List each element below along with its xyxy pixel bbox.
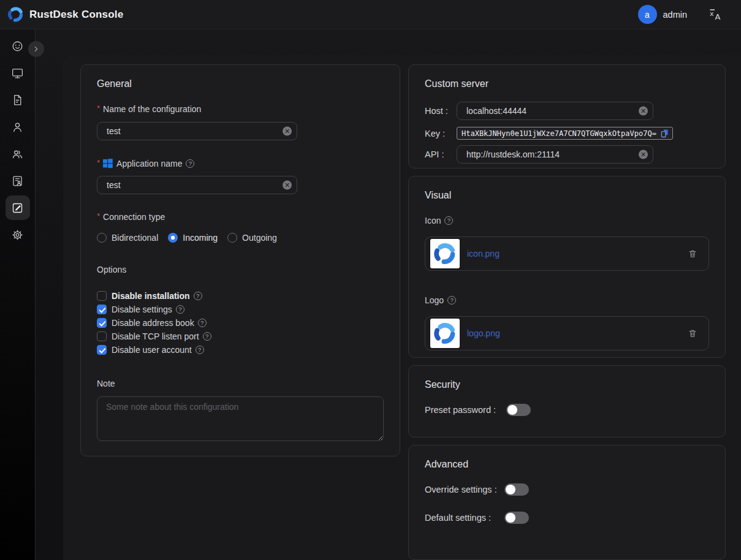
- preset-password-toggle[interactable]: [506, 404, 531, 416]
- sidebar-item-custom-clients[interactable]: [6, 195, 30, 220]
- sidebar-item-dashboard[interactable]: [6, 34, 30, 58]
- security-title: Security: [425, 379, 709, 390]
- radio-dot: [227, 233, 237, 243]
- sidebar-item-audit[interactable]: [6, 168, 30, 193]
- svg-text:x: x: [710, 9, 714, 17]
- checkbox-box: [97, 305, 107, 314]
- api-input-wrap: ✕: [457, 145, 653, 164]
- help-icon[interactable]: ?: [176, 305, 184, 314]
- default-settings-label: Default settings :: [425, 513, 504, 523]
- monitor-icon: [11, 67, 24, 80]
- checkbox-disable-settings[interactable]: Disable settings ?: [97, 305, 384, 314]
- radio-outgoing[interactable]: Outgoing: [227, 233, 277, 243]
- logo-upload-row: logo.png: [425, 316, 709, 350]
- topbar: RustDesk Console a admin x A: [0, 0, 741, 29]
- preset-password-label: Preset password :: [425, 405, 496, 415]
- delete-icon-button[interactable]: [686, 248, 699, 260]
- host-label: Host :: [425, 106, 457, 116]
- sidebar-item-documents[interactable]: [6, 88, 30, 112]
- gear-icon: [11, 229, 24, 241]
- brand: RustDesk Console: [7, 6, 123, 23]
- icon-thumbnail: [430, 239, 460, 268]
- user-icon: [11, 121, 24, 134]
- radio-bidirectional[interactable]: Bidirectional: [97, 233, 158, 243]
- users-group-icon: [11, 148, 24, 161]
- options-label: Options: [97, 265, 384, 274]
- checkbox-disable-tcp-listen-port[interactable]: Disable TCP listen port ?: [97, 331, 384, 341]
- api-label: API :: [425, 149, 457, 159]
- visual-title: Visual: [425, 190, 709, 201]
- connection-type-group: Bidirectional Incoming Outgoing: [97, 233, 384, 243]
- options-list: Disable installation ? Disable settings …: [97, 291, 384, 355]
- general-card: General * Name of the configuration ✕ *: [80, 64, 400, 456]
- application-name-input-wrap: ✕: [97, 176, 297, 194]
- default-settings-toggle[interactable]: [504, 512, 529, 524]
- application-name-input[interactable]: [97, 176, 297, 194]
- note-textarea[interactable]: [97, 396, 384, 441]
- connection-type-label: * Connection type: [97, 212, 384, 222]
- custom-server-card: Custom server Host : ✕ Key : HtaXBkJNHyn…: [408, 64, 726, 168]
- note-label: Note: [97, 379, 384, 388]
- translate-icon[interactable]: x A: [708, 7, 724, 23]
- logo-file-link[interactable]: logo.png: [467, 328, 679, 338]
- name-input-wrap: ✕: [97, 122, 297, 140]
- advanced-title: Advanced: [425, 459, 709, 470]
- visual-card: Visual Icon ? icon.png: [408, 176, 726, 358]
- app-title: RustDesk Console: [29, 9, 123, 21]
- key-value: HtaXBkJNHyn0e1U1jWXze7A7CN7QTGWqxkOtpaVp…: [457, 127, 673, 140]
- sidebar-item-users[interactable]: [6, 115, 30, 139]
- icon-upload-row: icon.png: [425, 236, 709, 271]
- checkbox-box: [97, 291, 107, 301]
- content-area: General * Name of the configuration ✕ *: [36, 29, 741, 560]
- help-icon[interactable]: ?: [444, 216, 453, 225]
- smiley-icon: [11, 40, 24, 53]
- help-icon[interactable]: ?: [196, 346, 204, 354]
- checkbox-disable-installation[interactable]: Disable installation ?: [97, 291, 384, 301]
- override-settings-toggle[interactable]: [504, 483, 529, 496]
- help-icon[interactable]: ?: [198, 319, 207, 327]
- clear-icon[interactable]: ✕: [639, 107, 648, 116]
- icon-file-link[interactable]: icon.png: [467, 249, 679, 259]
- clear-icon[interactable]: ✕: [639, 150, 648, 159]
- sidebar-item-settings[interactable]: [6, 222, 30, 247]
- name-label: * Name of the configuration: [97, 104, 384, 114]
- help-icon[interactable]: ?: [203, 332, 211, 341]
- help-icon[interactable]: ?: [186, 159, 194, 168]
- checkbox-disable-address-book[interactable]: Disable address book ?: [97, 318, 384, 328]
- radio-incoming[interactable]: Incoming: [168, 233, 218, 243]
- api-input[interactable]: [457, 145, 653, 164]
- help-icon[interactable]: ?: [194, 292, 202, 300]
- copy-icon[interactable]: [660, 129, 669, 138]
- checkbox-box: [97, 318, 107, 328]
- rustdesk-logo-icon: [7, 6, 24, 23]
- sidebar-item-groups[interactable]: [6, 142, 30, 166]
- trash-icon: [688, 328, 697, 338]
- clear-icon[interactable]: ✕: [283, 181, 292, 190]
- logo-thumbnail: [430, 319, 460, 348]
- security-card: Security Preset password :: [408, 365, 726, 437]
- checkbox-disable-user-account[interactable]: Disable user account ?: [97, 345, 384, 355]
- avatar[interactable]: a: [638, 5, 657, 24]
- checkbox-box: [97, 345, 107, 355]
- advanced-card: Advanced Override settings : Default set…: [408, 445, 726, 560]
- document-user-icon: [11, 175, 24, 187]
- sidebar-expand-button[interactable]: [28, 41, 44, 57]
- key-label: Key :: [425, 129, 457, 138]
- delete-logo-button[interactable]: [686, 327, 699, 339]
- general-title: General: [97, 78, 384, 89]
- radio-dot: [97, 233, 107, 243]
- host-input[interactable]: [457, 102, 653, 120]
- user-name: admin: [663, 10, 688, 20]
- custom-server-title: Custom server: [425, 78, 709, 89]
- radio-dot: [168, 233, 178, 243]
- checkbox-box: [97, 331, 107, 341]
- trash-icon: [688, 249, 697, 259]
- icon-label: Icon ?: [425, 216, 709, 225]
- help-icon[interactable]: ?: [447, 296, 456, 305]
- sidebar-item-devices[interactable]: [6, 61, 30, 85]
- clear-icon[interactable]: ✕: [283, 127, 292, 136]
- name-input[interactable]: [97, 122, 297, 140]
- host-input-wrap: ✕: [457, 102, 653, 120]
- logo-label: Logo ?: [425, 295, 709, 305]
- user-menu[interactable]: a admin: [638, 5, 688, 24]
